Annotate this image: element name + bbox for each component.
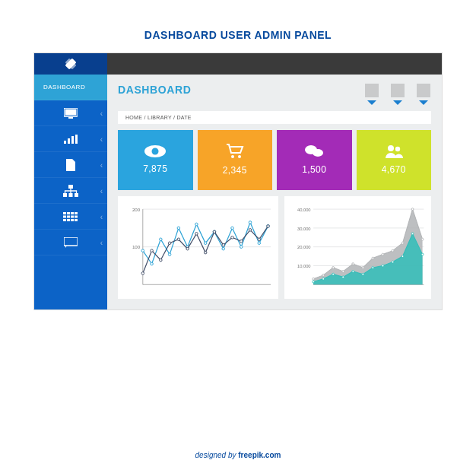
svg-point-49 [222,247,225,250]
svg-point-59 [177,238,180,241]
stat-card-users[interactable]: 4,670 [357,130,432,190]
svg-point-63 [213,230,216,233]
svg-rect-1 [65,58,76,69]
svg-point-82 [342,270,344,272]
svg-rect-22 [67,219,70,221]
brand-logo [34,53,107,75]
svg-point-90 [421,238,424,240]
stat-cards: 7,875 2,345 1,500 [118,130,431,190]
svg-point-65 [231,236,234,239]
bar-chart-icon [64,135,78,144]
users-icon [384,144,404,158]
svg-rect-3 [65,109,77,115]
svg-rect-21 [63,219,66,221]
svg-point-92 [322,278,325,280]
svg-rect-5 [64,141,66,144]
sidebar-item-chat[interactable]: ‹ [34,230,107,255]
svg-point-27 [152,148,159,155]
sidebar-item-dashboard[interactable]: DASHBOARD [34,75,107,100]
svg-point-56 [151,249,154,252]
main-title: DASHBOARD [118,84,191,96]
svg-text:30,000: 30,000 [297,226,311,230]
svg-point-88 [401,242,404,244]
svg-point-32 [388,145,394,151]
header-tab-3[interactable] [416,84,431,105]
header-tab-2[interactable] [390,84,405,105]
title-bar [34,53,442,75]
svg-point-85 [372,257,374,259]
svg-point-84 [362,266,364,268]
svg-point-61 [195,232,198,235]
caret-down-icon [367,100,376,105]
chat-bubbles-icon [304,144,324,158]
svg-rect-8 [75,135,78,144]
svg-rect-4 [68,117,73,119]
chevron-left-icon: ‹ [100,109,103,117]
svg-point-67 [249,228,252,231]
svg-rect-7 [71,136,74,144]
svg-point-41 [151,262,154,265]
sidebar-item-sitemap[interactable]: ‹ [34,178,107,204]
sidebar-item-analytics[interactable]: ‹ [34,126,107,152]
main-content: DASHBOARD HOME / LIBRARY / DATE 7,875 [107,75,442,309]
svg-point-33 [395,147,400,151]
svg-point-100 [401,255,404,257]
stat-card-views[interactable]: 7,875 [118,130,193,190]
sitemap-icon [63,185,78,197]
svg-point-96 [362,273,364,275]
svg-point-62 [204,251,207,254]
svg-point-28 [231,155,234,158]
svg-rect-10 [63,193,67,197]
svg-point-60 [186,247,189,250]
svg-rect-15 [71,212,74,214]
chevron-left-icon: ‹ [100,238,103,246]
svg-point-79 [313,278,315,280]
svg-rect-23 [71,219,74,221]
sidebar-item-monitor[interactable]: ‹ [34,100,107,126]
svg-rect-9 [68,185,73,189]
svg-rect-13 [63,212,66,214]
page-title: DASHBOARD USER ADMIN PANEL [0,0,476,53]
svg-point-101 [411,233,414,235]
svg-text:10,000: 10,000 [297,264,311,268]
sidebar-item-grid[interactable]: ‹ [34,204,107,230]
svg-rect-25 [64,237,78,246]
header-tab-1[interactable] [364,84,379,105]
svg-point-47 [204,242,207,245]
svg-point-93 [332,273,335,275]
svg-point-97 [372,266,374,268]
svg-point-52 [249,221,252,224]
svg-point-69 [267,224,270,227]
chevron-left-icon: ‹ [100,160,103,169]
svg-point-91 [313,281,315,283]
stat-value: 7,875 [143,163,167,174]
sidebar-item-document[interactable]: ‹ [34,152,107,178]
svg-text:20,000: 20,000 [297,245,311,249]
svg-point-89 [411,208,414,210]
breadcrumb[interactable]: HOME / LIBRARY / DATE [118,111,431,124]
stat-card-orders[interactable]: 2,345 [198,130,273,190]
svg-point-81 [332,266,335,268]
svg-point-99 [392,261,394,263]
svg-point-57 [160,259,163,262]
caret-down-icon [419,100,428,105]
sidebar-item-label: DASHBOARD [43,84,85,90]
cart-icon [226,144,244,159]
svg-point-58 [168,242,171,245]
svg-point-98 [382,265,384,267]
svg-point-80 [322,274,325,276]
chat-icon [64,237,78,248]
eye-icon [144,145,166,157]
svg-point-50 [231,227,234,230]
svg-point-42 [160,238,163,241]
chevron-left-icon: ‹ [100,186,103,195]
logo-icon [65,58,77,70]
svg-point-95 [352,270,354,272]
svg-point-43 [168,253,171,256]
stat-card-comments[interactable]: 1,500 [277,130,352,190]
svg-point-102 [421,253,424,255]
document-icon [65,159,76,171]
stat-value: 4,670 [382,164,406,175]
svg-point-53 [258,242,261,245]
svg-rect-11 [69,193,73,197]
